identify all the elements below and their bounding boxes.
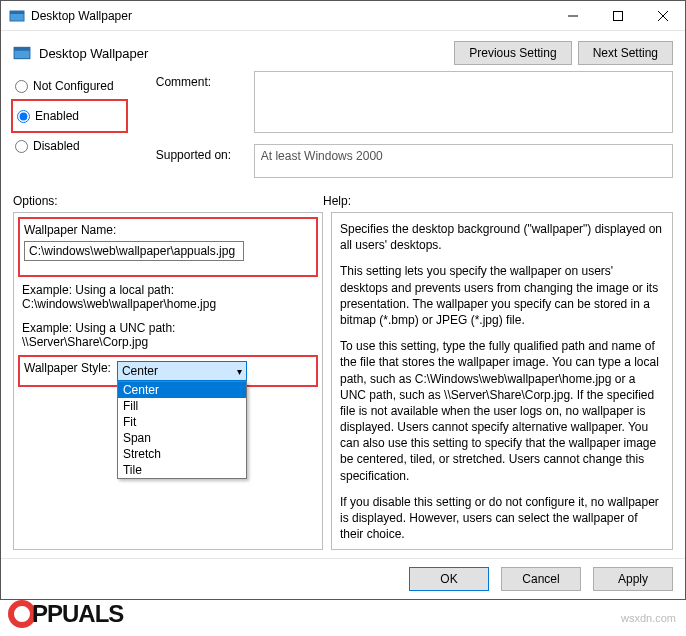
options-heading: Options: — [13, 194, 323, 208]
combo-option-tile[interactable]: Tile — [118, 462, 246, 478]
radio-not-configured[interactable]: Not Configured — [13, 77, 116, 95]
maximize-button[interactable] — [595, 1, 640, 31]
combo-option-fit[interactable]: Fit — [118, 414, 246, 430]
header: Desktop Wallpaper Previous Setting Next … — [1, 31, 685, 69]
help-p3: To use this setting, type the fully qual… — [340, 338, 664, 484]
policy-title: Desktop Wallpaper — [39, 46, 448, 61]
close-button[interactable] — [640, 1, 685, 31]
comment-textarea[interactable] — [254, 71, 673, 133]
combo-selected[interactable]: Center ▾ — [117, 361, 247, 381]
wallpaper-name-input[interactable]: C:\windows\web\wallpaper\appuals.jpg — [24, 241, 244, 261]
policy-editor-window: Desktop Wallpaper Desktop Wallpaper Prev… — [0, 0, 686, 600]
help-p1: Specifies the desktop background ("wallp… — [340, 221, 664, 253]
wallpaper-style-label: Wallpaper Style: — [24, 361, 111, 375]
svg-rect-1 — [10, 11, 24, 14]
wallpaper-name-block: Wallpaper Name: C:\windows\web\wallpaper… — [24, 223, 312, 261]
help-p4: If you disable this setting or do not co… — [340, 494, 664, 543]
source-watermark: wsxdn.com — [621, 612, 676, 624]
previous-setting-button[interactable]: Previous Setting — [454, 41, 571, 65]
combo-dropdown: Center Fill Fit Span Stretch Tile — [117, 381, 247, 479]
minimize-button[interactable] — [550, 1, 595, 31]
combo-option-fill[interactable]: Fill — [118, 398, 246, 414]
section-labels: Options: Help: — [1, 188, 685, 212]
svg-rect-3 — [613, 11, 622, 20]
wallpaper-style-combo[interactable]: Center ▾ Center Fill Fit Span Stretch Ti… — [117, 361, 247, 381]
policy-icon — [13, 44, 31, 62]
state-radio-group: Not Configured Enabled Disabled — [13, 71, 116, 155]
config-area: Not Configured Enabled Disabled Comment:… — [1, 69, 685, 188]
options-panel: Wallpaper Name: C:\windows\web\wallpaper… — [13, 212, 323, 550]
watermark-logo: PPUALS — [8, 600, 123, 628]
app-icon — [9, 8, 25, 24]
radio-disabled[interactable]: Disabled — [13, 137, 116, 155]
example-local: Example: Using a local path: C:\windows\… — [22, 283, 314, 311]
combo-option-stretch[interactable]: Stretch — [118, 446, 246, 462]
svg-rect-7 — [14, 47, 30, 50]
next-setting-button[interactable]: Next Setting — [578, 41, 673, 65]
cancel-button[interactable]: Cancel — [501, 567, 581, 591]
supported-label: Supported on: — [156, 144, 246, 178]
footer: OK Cancel Apply — [1, 558, 685, 599]
wallpaper-name-label: Wallpaper Name: — [24, 223, 312, 237]
radio-enabled[interactable]: Enabled — [15, 107, 114, 125]
comment-label: Comment: — [156, 71, 246, 136]
help-p2: This setting lets you specify the wallpa… — [340, 263, 664, 328]
help-heading: Help: — [323, 194, 351, 208]
titlebar: Desktop Wallpaper — [1, 1, 685, 31]
supported-on-text: At least Windows 2000 — [254, 144, 673, 178]
combo-option-center[interactable]: Center — [118, 382, 246, 398]
help-panel: Specifies the desktop background ("wallp… — [331, 212, 673, 550]
chevron-down-icon: ▾ — [237, 366, 242, 377]
example-unc: Example: Using a UNC path: \\Server\Shar… — [22, 321, 314, 349]
ok-button[interactable]: OK — [409, 567, 489, 591]
window-title: Desktop Wallpaper — [31, 9, 550, 23]
apply-button[interactable]: Apply — [593, 567, 673, 591]
combo-option-span[interactable]: Span — [118, 430, 246, 446]
